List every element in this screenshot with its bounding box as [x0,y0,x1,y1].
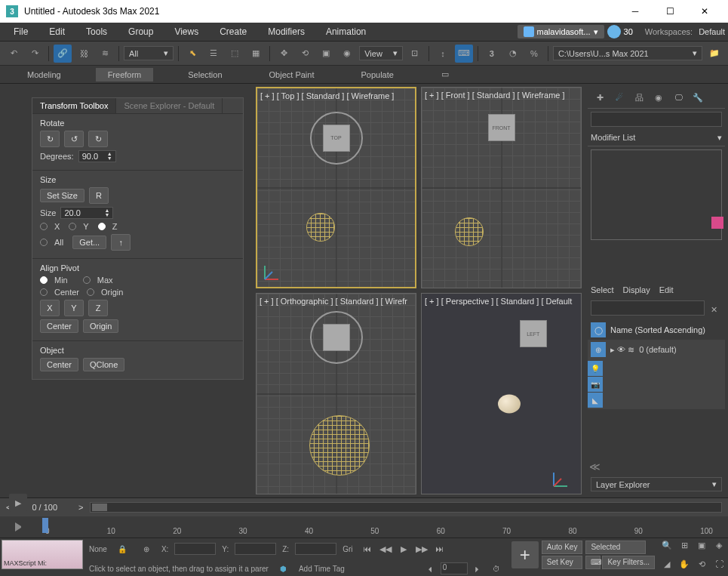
set-key-plus-button[interactable]: + [511,541,539,568]
coord-mode-icon[interactable]: ⊕ [137,540,155,558]
maximize-viewport-icon[interactable]: ⛶ [710,555,728,573]
clear-search-icon[interactable]: ✕ [706,300,722,319]
time-slider[interactable] [42,518,48,533]
keyfilters-button[interactable]: Key Filters... [602,556,655,569]
viewcube-top[interactable]: TOP [323,125,350,152]
selection-filter[interactable]: All▾ [124,46,174,60]
time-scrollbar[interactable] [90,502,722,513]
window-crossing-button[interactable]: ▦ [247,45,265,63]
minimize-button[interactable]: ─ [618,0,653,23]
menu-animation[interactable]: Animation [315,23,376,40]
zoom-icon[interactable]: 🔍 [658,536,676,554]
orbit-icon[interactable]: ⟲ [693,555,711,573]
tab-select[interactable]: Select [591,285,614,294]
tab-transform-toolbox[interactable]: Transform Toolbox [32,98,116,113]
set-size-button[interactable]: Set Size [40,189,84,202]
tab-scene-explorer[interactable]: Scene Explorer - Default [116,98,223,113]
keyboard-shortcut-button[interactable]: ⌨ [455,45,473,63]
modify-tab-icon[interactable]: ☄ [610,90,628,105]
menu-group[interactable]: Group [118,23,164,40]
workspaces-value[interactable]: Default [699,27,725,36]
tab-modeling[interactable]: Modeling [15,68,73,82]
prev-key-icon[interactable]: ⏴ [427,565,435,573]
light-icon[interactable]: 💡 [588,361,603,376]
link-button[interactable]: 🔗 [54,45,72,63]
zoom-extents-all-icon[interactable]: ◈ [710,536,728,554]
menu-modifiers[interactable]: Modifiers [257,23,315,40]
qclone-button[interactable]: QClone [83,358,124,371]
rect-select-button[interactable]: ⬚ [226,45,244,63]
align-x-button[interactable]: X [40,300,60,316]
degrees-spinner[interactable]: 90.0▲▼ [78,150,116,162]
key-mode-icon[interactable]: ⌨ [585,556,601,569]
rotate-ccw-button[interactable]: ↺ [64,131,84,147]
hierarchy-tab-icon[interactable]: 品 [630,90,648,105]
tab-freeform[interactable]: Freeform [96,68,154,82]
layer-row-default[interactable]: ⊕ ▸ 👁 ≋0 (default) [588,340,725,359]
display-tab-icon[interactable]: 🖵 [669,90,687,105]
radio-all[interactable] [40,239,48,246]
select-manip-button[interactable]: ↕ [434,45,452,63]
viewcube-ortho[interactable] [323,324,350,351]
align-z-button[interactable]: Z [88,300,108,316]
align-y-button[interactable]: Y [64,300,84,316]
play-button[interactable]: ▶ [395,541,412,556]
rotate-free-button[interactable]: ↻ [40,131,60,147]
viewcube-persp[interactable]: LEFT [520,320,547,347]
viewport-top[interactable]: [ + ] [ Top ] [ Standard ] [ Wireframe ]… [256,87,416,288]
helper-icon[interactable]: ◣ [588,393,603,408]
prev-frame-button[interactable]: ◀◀ [377,541,394,556]
layer-header[interactable]: ◯ Name (Sorted Ascending) [588,320,725,340]
camera-icon[interactable]: 📷 [588,377,603,392]
add-time-tag[interactable]: Add Time Tag [299,565,345,573]
menu-create[interactable]: Create [209,23,257,40]
radio-origin[interactable] [87,288,94,296]
tag-icon[interactable]: ⬢ [275,559,293,576]
ribbon-expand-icon[interactable]: ▭ [436,66,454,84]
search-input[interactable] [591,300,705,316]
tab-populate[interactable]: Populate [349,68,405,82]
refcoord-dropdown[interactable]: View▾ [359,46,403,60]
redo-button[interactable]: ↷ [26,45,44,63]
create-tab-icon[interactable]: ✚ [591,90,609,105]
unlink-button[interactable]: ⛓ [75,45,93,63]
angle-snap-button[interactable]: ◔ [504,45,522,63]
frame-next-icon[interactable]: > [78,503,83,512]
tab-objectpaint[interactable]: Object Paint [257,68,327,82]
timeline[interactable]: 0102030405060708090100 [0,516,728,537]
radio-min[interactable] [40,276,48,284]
maximize-button[interactable]: ☐ [653,0,687,23]
zoom-all-icon[interactable]: ⊞ [675,536,693,554]
radio-max[interactable] [83,276,91,284]
select-button[interactable]: ⬉ [183,45,201,63]
menu-tools[interactable]: Tools [75,23,118,40]
origin-button[interactable]: Origin [83,319,118,333]
menu-views[interactable]: Views [164,23,209,40]
r-button[interactable]: R [89,187,109,204]
pivot-button[interactable]: ⊡ [406,45,424,63]
scale-button[interactable]: ▣ [317,45,335,63]
radio-x[interactable] [40,223,48,230]
tab-edit[interactable]: Edit [659,285,674,294]
lock-icon[interactable]: 🔒 [113,540,131,558]
bind-button[interactable]: ≋ [96,45,114,63]
time-config-icon[interactable]: ⏱ [487,559,505,576]
y-coord-input[interactable] [235,543,276,555]
size-spinner[interactable]: 20.0▲▼ [60,207,113,219]
get-button[interactable]: Get... [72,236,106,249]
utilities-tab-icon[interactable]: 🔧 [689,90,707,105]
maxscript-listener[interactable]: MAXScript Mi: [2,540,83,569]
next-frame-button[interactable]: ▶▶ [413,541,430,556]
viewport-front[interactable]: [ + ] [ Front ] [ Standard ] [ Wireframe… [421,87,582,288]
menu-file[interactable]: File [3,23,38,40]
obj-center-button[interactable]: Center [40,358,78,371]
autokey-button[interactable]: Auto Key [542,541,583,554]
user-account[interactable]: malavidasoft...▾ [518,25,604,39]
rotate-button[interactable]: ⟲ [296,45,314,63]
rotate-cw-button[interactable]: ↻ [88,131,108,147]
viewport-ortho[interactable]: [ + ] [ Orthographic ] [ Standard ] [ Wi… [256,293,416,494]
fov-icon[interactable]: ◢ [658,555,676,573]
motion-tab-icon[interactable]: ◉ [650,90,668,105]
menu-edit[interactable]: Edit [38,23,75,40]
select-name-button[interactable]: ☰ [204,45,223,63]
